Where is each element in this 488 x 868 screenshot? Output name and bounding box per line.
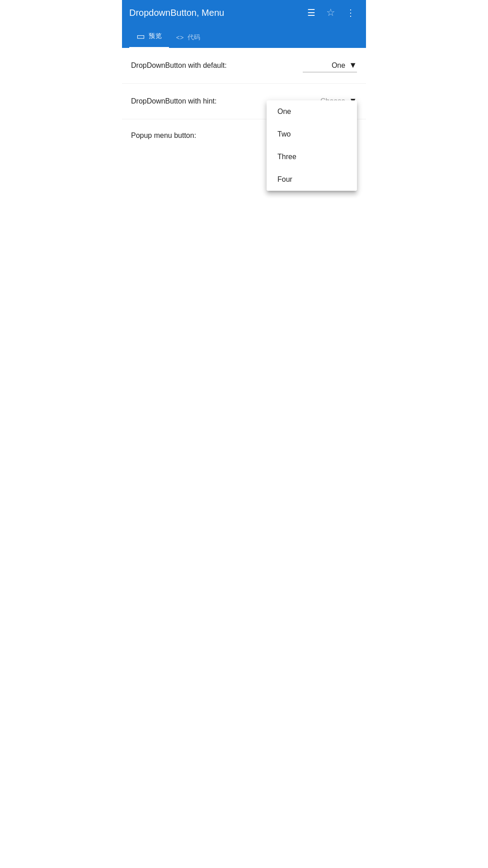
hamburger-icon: ☰ — [307, 7, 315, 18]
code-icon: <> — [176, 34, 184, 41]
dropdown-default[interactable]: One ▼ — [303, 59, 357, 72]
row-popup-label: Popup menu button: — [131, 132, 196, 140]
star-icon: ☆ — [326, 7, 335, 19]
row-default-label: DropDownButton with default: — [131, 61, 227, 70]
tab-code-label: 代码 — [188, 33, 201, 42]
dots-icon: ⋮ — [346, 7, 355, 18]
dropdown-default-value: One — [332, 61, 345, 70]
menu-item-three[interactable]: Three — [267, 146, 357, 168]
tab-preview[interactable]: ▭ 预览 — [129, 25, 169, 48]
app-bar: DropdownButton, Menu ☰ ☆ ⋮ — [122, 0, 366, 25]
menu-item-two[interactable]: Two — [267, 123, 357, 146]
tablet-icon: ▭ — [136, 31, 145, 42]
popup-menu: One Two Three Four — [267, 100, 357, 191]
tab-preview-label: 预览 — [149, 32, 162, 40]
tab-code[interactable]: <> 代码 — [169, 28, 207, 48]
tab-bar: ▭ 预览 <> 代码 — [122, 25, 366, 48]
row-hint-label: DropDownButton with hint: — [131, 97, 216, 105]
hamburger-button[interactable]: ☰ — [304, 4, 319, 22]
app-bar-actions: ☰ ☆ ⋮ — [304, 3, 359, 22]
menu-item-one[interactable]: One — [267, 100, 357, 123]
menu-item-four[interactable]: Four — [267, 168, 357, 191]
app-bar-title: DropdownButton, Menu — [129, 8, 304, 18]
row-default: DropDownButton with default: One ▼ — [122, 48, 366, 84]
star-button[interactable]: ☆ — [323, 3, 339, 22]
dropdown-default-arrow: ▼ — [349, 61, 357, 70]
more-button[interactable]: ⋮ — [343, 4, 359, 22]
